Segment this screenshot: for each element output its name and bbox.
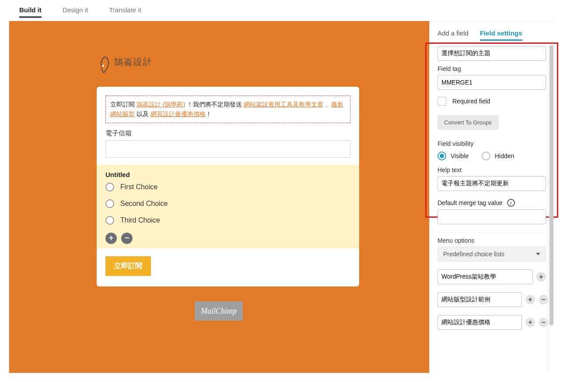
radio-block-title: Untitled: [102, 171, 354, 178]
radio-icon: [482, 152, 490, 160]
chevron-down-icon: [536, 253, 540, 255]
menu-options-label: Menu options: [438, 237, 546, 244]
intro-text-block[interactable]: 立即訂閱 鵠崙設計 (鵠學苑) ！我們將不定期發送 網站架設實用工具及教學文章 …: [105, 96, 350, 123]
field-visibility-label: Field visibility: [438, 140, 546, 147]
convert-to-groups-button[interactable]: Convert To Groups: [438, 115, 498, 130]
tab-build-it[interactable]: Build it: [19, 6, 42, 18]
radio-icon: [105, 183, 114, 191]
add-choice-button[interactable]: +: [105, 233, 117, 244]
menu-option-input[interactable]: [438, 315, 522, 330]
divider: [438, 232, 546, 233]
menu-option-row-3: + −: [438, 315, 546, 330]
scrollbar-thumb[interactable]: [550, 45, 553, 325]
menu-option-row-2: + −: [438, 292, 546, 307]
menu-option-input[interactable]: [438, 292, 522, 307]
logo-text-en: design hu: [114, 68, 153, 74]
svg-point-1: [102, 65, 104, 67]
radio-icon: [105, 216, 114, 225]
logo-text-cn: 鵠崙設計: [114, 56, 153, 68]
bird-logo-icon: [97, 56, 111, 74]
radio-label: Second Choice: [120, 200, 168, 208]
field-tag-label: Field tag: [438, 65, 546, 72]
predefined-choice-lists-select[interactable]: Predefined choice lists: [438, 247, 546, 262]
intro-text: 、: [325, 101, 331, 108]
checkbox-icon: [438, 97, 446, 106]
form-card: 立即訂閱 鵠崙設計 (鵠學苑) ！我們將不定期發送 網站架設實用工具及教學文章 …: [97, 87, 359, 286]
remove-option-button[interactable]: −: [539, 318, 548, 327]
mailchimp-badge: MailChimp: [195, 301, 243, 321]
visibility-visible-option[interactable]: Visible: [438, 152, 469, 160]
tab-design-it[interactable]: Design it: [63, 6, 88, 18]
scrollbar[interactable]: [549, 45, 554, 373]
top-tabs: Build it Design it Translate it: [0, 0, 588, 24]
logo: 鵠崙設計 design hu: [97, 56, 153, 74]
radio-icon: [105, 199, 114, 208]
field-title-input[interactable]: [438, 46, 546, 61]
info-icon[interactable]: i: [507, 199, 515, 207]
remove-choice-button[interactable]: −: [121, 233, 133, 244]
add-option-button[interactable]: +: [525, 318, 535, 327]
visibility-visible-label: Visible: [451, 152, 469, 159]
intro-text: ！我們將不定期發送: [187, 101, 242, 108]
radio-label: First Choice: [120, 183, 158, 191]
field-tag-input[interactable]: [438, 75, 546, 90]
menu-option-input[interactable]: [438, 269, 533, 284]
visibility-hidden-option[interactable]: Hidden: [482, 152, 514, 160]
email-label: 電子信箱: [105, 129, 350, 138]
help-text-label: Help text: [438, 166, 546, 173]
side-tabs: Add a field Field settings: [430, 21, 554, 45]
radio-field-block[interactable]: Untitled First Choice Second Choice Thir…: [97, 165, 359, 248]
intro-link-pricing[interactable]: 網頁設計最優惠價格: [150, 110, 206, 117]
intro-link-brand[interactable]: 鵠崙設計 (鵠學苑): [136, 101, 185, 108]
required-field-checkbox-row[interactable]: Required field: [438, 97, 546, 106]
radio-label: Third Choice: [120, 216, 160, 224]
tab-add-field[interactable]: Add a field: [438, 29, 469, 41]
default-merge-label: Default merge tag value: [438, 199, 503, 206]
email-field[interactable]: [105, 140, 350, 158]
intro-text: ！: [206, 110, 212, 117]
required-field-label: Required field: [452, 98, 490, 105]
tab-translate-it[interactable]: Translate it: [109, 6, 141, 18]
builder-canvas: 鵠崙設計 design hu 立即訂閱 鵠崙設計 (鵠學苑) ！我們將不定期發送…: [9, 21, 430, 373]
help-text-input[interactable]: [438, 176, 546, 191]
remove-option-button[interactable]: −: [539, 295, 548, 304]
add-option-button[interactable]: +: [525, 295, 535, 304]
settings-scroll-area: Field tag Required field Convert To Grou…: [430, 43, 554, 373]
visibility-hidden-label: Hidden: [495, 152, 514, 159]
intro-text: 以及: [135, 110, 150, 117]
menu-option-row-1: +: [438, 269, 546, 284]
subscribe-button[interactable]: 立即訂閱: [105, 256, 151, 276]
radio-option-3[interactable]: Third Choice: [102, 216, 354, 225]
radio-selected-icon: [438, 152, 446, 160]
radio-option-2[interactable]: Second Choice: [102, 199, 354, 208]
predefined-select-label: Predefined choice lists: [443, 251, 504, 258]
side-panel: Add a field Field settings Field tag Req…: [430, 21, 554, 373]
add-option-button[interactable]: +: [536, 272, 546, 282]
radio-option-1[interactable]: First Choice: [102, 183, 354, 191]
intro-text: 立即訂閱: [110, 101, 135, 108]
tab-field-settings[interactable]: Field settings: [480, 29, 522, 41]
intro-link-articles[interactable]: 網站架設實用工具及教學文章: [244, 101, 323, 108]
default-merge-input[interactable]: [438, 209, 546, 224]
svg-point-0: [101, 64, 106, 69]
